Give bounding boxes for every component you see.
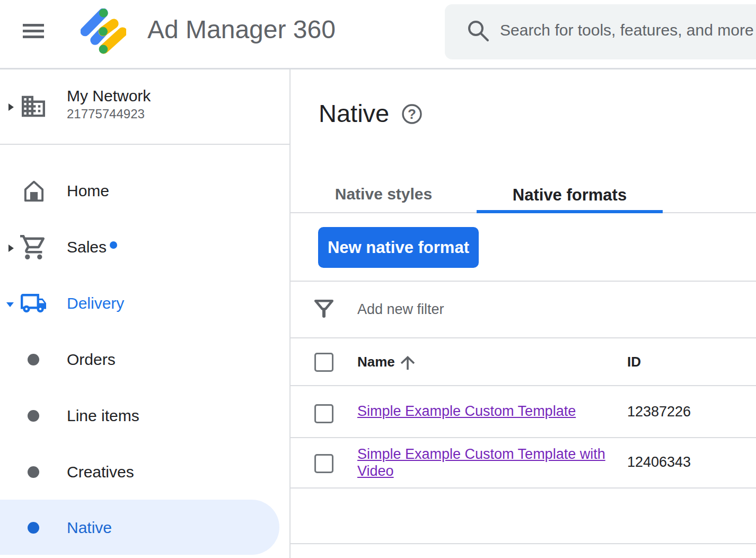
svg-text:?: ? [408,106,416,122]
